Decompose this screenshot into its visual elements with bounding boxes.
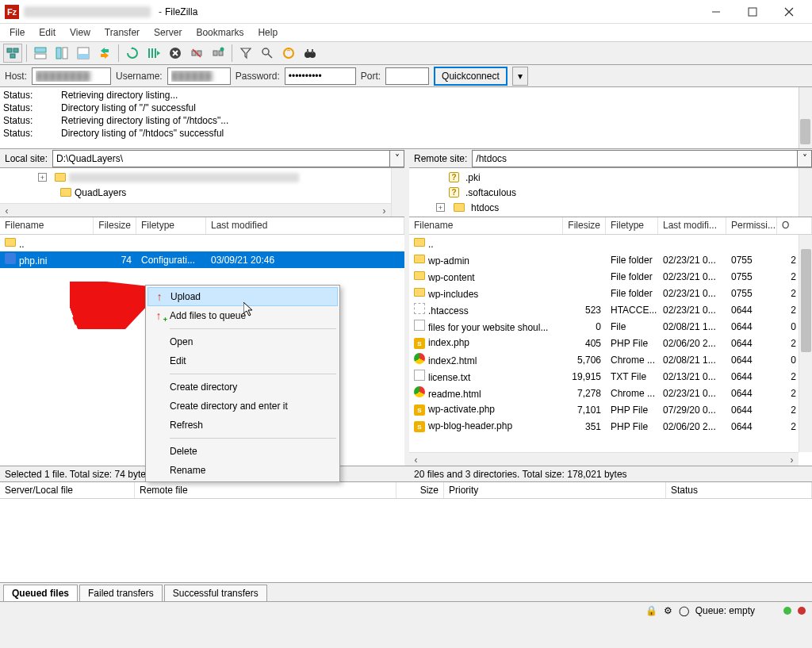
unknown-folder-icon: ? <box>449 172 459 182</box>
menu-edit[interactable]: Edit <box>33 25 62 40</box>
sitemanager-icon[interactable] <box>3 44 22 63</box>
php-file-icon: S <box>414 338 425 349</box>
host-input[interactable] <box>32 67 111 85</box>
log-scrollbar[interactable] <box>799 87 812 148</box>
quickconnect-history-dropdown[interactable]: ▾ <box>512 67 528 86</box>
list-item[interactable]: license.txt19,915TXT File02/13/21 0...06… <box>409 368 812 385</box>
context-menu-item[interactable]: Rename <box>147 461 338 480</box>
menu-transfer[interactable]: Transfer <box>98 25 146 40</box>
compare-icon[interactable] <box>279 44 298 63</box>
context-menu-item[interactable]: Edit <box>147 351 338 370</box>
toggle-tree-icon[interactable] <box>52 44 71 63</box>
list-item[interactable]: .htaccess523HTACCE...02/23/21 0...06442 <box>409 301 812 318</box>
list-item[interactable]: php.ini74Configurati...03/09/21 20:46 <box>0 251 404 268</box>
remote-hscroll[interactable]: ‹› <box>409 452 799 466</box>
context-menu-item[interactable]: Delete <box>147 442 338 461</box>
list-item[interactable]: Swp-blog-header.php351PHP File02/06/20 2… <box>409 418 812 435</box>
svg-point-21 <box>220 48 224 52</box>
password-input[interactable] <box>285 67 356 85</box>
remote-tree[interactable]: ?.pki?.softaculous+htdocs <box>409 168 812 217</box>
list-item[interactable]: wp-adminFile folder02/23/21 0...07552 <box>409 251 812 268</box>
svg-rect-6 <box>10 54 15 58</box>
minimize-button[interactable] <box>698 0 734 24</box>
context-menu-item[interactable]: Create directory <box>147 378 338 397</box>
list-item[interactable]: wp-includesFile folder02/23/21 0...07552 <box>409 285 812 301</box>
svg-rect-5 <box>13 48 18 52</box>
remote-tree-item[interactable]: +htdocs <box>412 200 809 215</box>
local-site-label: Local site: <box>0 153 52 164</box>
svg-rect-12 <box>78 54 89 59</box>
close-button[interactable] <box>771 0 807 24</box>
maximize-button[interactable] <box>734 0 771 24</box>
queue-body[interactable] <box>0 499 812 582</box>
remote-list-scrollbar[interactable] <box>799 235 812 452</box>
svg-rect-7 <box>35 48 46 52</box>
list-item[interactable]: Swp-activate.php7,101PHP File07/29/20 0.… <box>409 401 812 418</box>
remote-tree-item[interactable]: ?.softaculous <box>412 185 809 200</box>
context-menu-item[interactable]: Create directory and enter it <box>147 397 338 416</box>
menu-help[interactable]: Help <box>251 25 284 40</box>
context-menu-item[interactable]: Refresh <box>147 416 338 435</box>
list-item[interactable]: Sindex.php405PHP File02/06/20 2...06442 <box>409 335 812 351</box>
lock-icon: 🔒 <box>645 605 657 616</box>
search-icon[interactable] <box>258 44 277 63</box>
svg-rect-10 <box>63 48 67 59</box>
menu-file[interactable]: File <box>3 25 31 40</box>
local-site-dropdown[interactable]: ˅ <box>390 150 404 167</box>
host-label: Host: <box>5 71 27 82</box>
quickconnect-button[interactable]: Quickconnect <box>434 67 508 86</box>
toggle-log-icon[interactable] <box>31 44 50 63</box>
queue-header[interactable]: Server/Local file Remote file Size Prior… <box>0 481 812 499</box>
svg-rect-4 <box>7 48 12 52</box>
context-menu-item[interactable]: Open <box>147 332 338 351</box>
refresh-icon[interactable] <box>123 44 142 63</box>
reconnect-icon[interactable] <box>209 44 228 63</box>
status-row: Status:Directory listing of "/" successf… <box>3 102 809 114</box>
remote-site-dropdown[interactable]: ˅ <box>798 150 812 167</box>
queue-tab[interactable]: Queued files <box>3 585 78 601</box>
svg-line-23 <box>268 54 272 58</box>
binoculars-icon[interactable] <box>301 44 320 63</box>
title-host-blurred <box>24 6 151 17</box>
username-input[interactable] <box>167 67 231 85</box>
queue-status-text: Queue: empty <box>695 605 755 616</box>
svg-rect-8 <box>35 54 46 59</box>
queue-tab[interactable]: Successful transfers <box>164 585 267 601</box>
remote-site-input[interactable] <box>472 150 798 167</box>
folder-icon <box>414 254 425 265</box>
local-tree[interactable]: + QuadLayers ‹› <box>0 168 404 217</box>
remote-file-list[interactable]: ..wp-adminFile folder02/23/21 0...07552w… <box>409 235 812 466</box>
titlebar: Fz - FileZilla <box>0 0 812 24</box>
queue-tab[interactable]: Failed transfers <box>79 585 163 601</box>
svg-point-22 <box>262 48 269 55</box>
sync-browse-icon[interactable] <box>95 44 114 63</box>
app-icon: Fz <box>5 5 19 19</box>
remote-list-header[interactable]: Filename Filesize Filetype Last modifi..… <box>409 217 812 235</box>
list-item[interactable]: .. <box>0 235 404 251</box>
filter-icon[interactable] <box>236 44 255 63</box>
local-list-header[interactable]: Filename Filesize Filetype Last modified <box>0 217 404 235</box>
toggle-queue-icon[interactable] <box>74 44 93 63</box>
process-queue-icon[interactable] <box>144 44 163 63</box>
list-item[interactable]: wp-contentFile folder02/23/21 0...07552 <box>409 268 812 285</box>
disconnect-icon[interactable] <box>187 44 206 63</box>
list-item[interactable]: .. <box>409 235 812 251</box>
port-input[interactable] <box>385 67 429 85</box>
menu-view[interactable]: View <box>63 25 97 40</box>
cancel-icon[interactable] <box>166 44 185 63</box>
queue-tabs: Queued filesFailed transfersSuccessful t… <box>0 582 812 601</box>
remote-tree-item[interactable]: ?.pki <box>412 170 809 185</box>
list-item[interactable]: files for your website shoul...0File02/0… <box>409 318 812 335</box>
list-item[interactable]: index2.html5,706Chrome ...02/08/21 1...0… <box>409 351 812 368</box>
menu-separator <box>170 328 336 329</box>
list-item[interactable]: readme.html7,278Chrome ...02/23/21 0...0… <box>409 385 812 401</box>
local-site-input[interactable] <box>52 150 390 167</box>
menu-server[interactable]: Server <box>147 25 188 40</box>
php-file-icon: S <box>414 405 425 416</box>
context-menu-item[interactable]: ↑Add files to queue <box>147 306 338 325</box>
context-menu-item[interactable]: ↑Upload <box>147 287 338 306</box>
local-tree-item[interactable]: QuadLayers <box>75 187 126 198</box>
menu-bookmarks[interactable]: Bookmarks <box>190 25 250 40</box>
port-label: Port: <box>361 71 381 82</box>
svg-rect-19 <box>213 51 217 56</box>
